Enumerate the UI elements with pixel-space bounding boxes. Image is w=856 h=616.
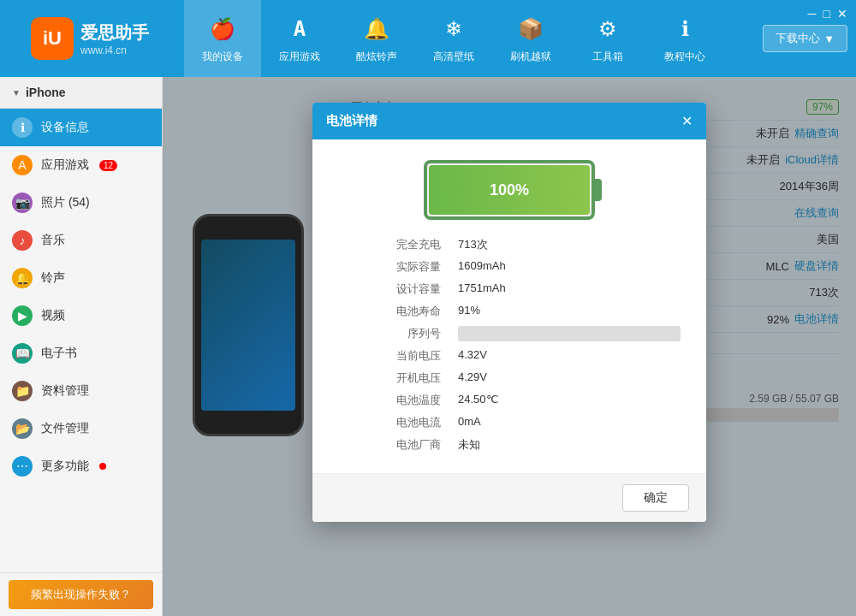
field-label-6: 开机电压 [338,370,449,386]
more-badge [99,463,106,470]
sidebar-item-video[interactable]: ▶ 视频 [0,297,162,335]
sidebar-item-music[interactable]: ♪ 音乐 [0,222,162,259]
sidebar-device: ▼ iPhone [0,77,162,109]
maximize-button[interactable]: □ [823,7,830,21]
logo-url: www.i4.cn [80,44,149,56]
field-value-4: ████████████████ [458,326,681,341]
nav-label-tools: 工具箱 [592,50,623,64]
download-arrow-icon: ▼ [823,33,835,45]
sidebar-item-photos[interactable]: 📷 照片 (54) [0,184,162,222]
sidebar-label-device-info: 设备信息 [41,120,89,135]
sidebar-label-data-mgmt: 资料管理 [41,383,89,399]
nav-tutorials[interactable]: ℹ 教程中心 [646,0,723,77]
nav-label-jail: 刷机越狱 [510,50,551,64]
field-label-8: 电池电流 [338,415,449,430]
sidebar-item-ebooks[interactable]: 📖 电子书 [0,335,162,372]
nav-tools[interactable]: ⚙ 工具箱 [569,0,646,77]
logo-icon: iU [31,17,74,60]
sidebar-item-apps[interactable]: A 应用游戏 12 [0,146,162,184]
minimize-button[interactable]: ─ [808,7,817,21]
sidebar-item-data-mgmt[interactable]: 📁 资料管理 [0,372,162,410]
logo-name: 爱思助手 [80,21,149,44]
modal-title: 电池详情 [326,113,377,129]
field-value-0: 713次 [458,237,681,252]
logo-area: iU 爱思助手 www.i4.cn [9,17,171,60]
nav-items: 🍎 我的设备 A 应用游戏 🔔 酷炫铃声 ❄ 高清壁纸 📦 刷机越狱 ⚙ 工具 [171,0,736,77]
main-layout: ▼ iPhone ℹ 设备信息 A 应用游戏 12 📷 照片 (54) ♪ 音乐 [0,77,856,616]
battery-visual: 100% [338,160,681,220]
nav-label-apps: 应用游戏 [279,50,320,64]
field-value-1: 1609mAh [458,259,681,275]
nav-icon-jail: 📦 [515,14,546,44]
device-arrow-icon: ▼ [12,88,21,98]
sidebar-item-ringtones[interactable]: 🔔 铃声 [0,259,162,297]
music-icon: ♪ [12,230,33,251]
device-name: iPhone [26,86,66,99]
modal-header: 电池详情 ✕ [312,103,706,139]
nav-label-ring: 酷炫铃声 [356,50,397,64]
field-value-2: 1751mAh [458,281,681,297]
nav-wallpapers[interactable]: ❄ 高清壁纸 [415,0,492,77]
close-button[interactable]: ✕ [837,7,847,21]
battery-modal: 电池详情 ✕ 100% [312,103,706,522]
battery-tip [595,179,602,201]
sidebar-label-music: 音乐 [41,233,65,248]
download-button[interactable]: 下载中心 ▼ [763,25,847,52]
sidebar-label-ebooks: 电子书 [41,346,77,361]
top-bar: iU 爱思助手 www.i4.cn 🍎 我的设备 A 应用游戏 🔔 酷炫铃声 [0,0,856,77]
modal-overlay: 电池详情 ✕ 100% [163,77,856,616]
nav-icon-apps: A [284,14,315,44]
sidebar-label-photos: 照片 (54) [41,195,90,210]
field-value-6: 4.29V [458,370,681,386]
download-label: 下载中心 [776,31,820,46]
content-area: 正在充电 97% Apple ID锁 未开启 精确查询 iCloud 未开启 [163,77,856,616]
nav-jailbreak[interactable]: 📦 刷机越狱 [492,0,569,77]
sidebar-item-device-info[interactable]: ℹ 设备信息 [0,109,162,146]
ebooks-icon: 📖 [12,343,33,364]
battery-percent: 100% [490,181,529,199]
sidebar-bottom: 频繁出现操作失败？ [0,572,162,616]
apps-badge: 12 [99,160,117,171]
nav-label-device: 我的设备 [202,50,243,64]
nav-icon-tools: ⚙ [592,14,623,44]
nav-icon-wall: ❄ [438,14,469,44]
modal-body: 100% 完全充电 713次 实际容量 1609mAh 设计容量 1751mAh [312,139,706,473]
sidebar-label-video: 视频 [41,308,65,323]
window-controls: ─ □ ✕ [808,7,847,21]
field-label-3: 电池寿命 [338,304,449,319]
sidebar-label-file-mgmt: 文件管理 [41,421,89,436]
field-value-9: 未知 [458,437,681,453]
sidebar-label-ringtones: 铃声 [41,270,65,286]
nav-apps-games[interactable]: A 应用游戏 [261,0,338,77]
nav-ringtones[interactable]: 🔔 酷炫铃声 [338,0,415,77]
field-label-0: 完全充电 [338,237,449,252]
device-info-icon: ℹ [12,117,33,138]
field-label-2: 设计容量 [338,281,449,297]
sidebar-item-more[interactable]: ⋯ 更多功能 [0,447,162,485]
nav-my-device[interactable]: 🍎 我的设备 [184,0,261,77]
sidebar-item-file-mgmt[interactable]: 📂 文件管理 [0,410,162,447]
top-right: 下载中心 ▼ [736,25,847,52]
field-label-4: 序列号 [338,326,449,341]
file-mgmt-icon: 📂 [12,418,33,439]
apps-icon: A [12,155,33,175]
nav-label-tut: 教程中心 [664,50,705,64]
confirm-button[interactable]: 确定 [622,484,689,512]
field-value-7: 24.50℃ [458,393,681,408]
modal-close-button[interactable]: ✕ [681,113,693,129]
video-icon: ▶ [12,305,33,326]
trouble-button[interactable]: 频繁出现操作失败？ [9,580,153,609]
field-value-3: 91% [458,304,681,319]
nav-icon-device: 🍎 [207,14,238,44]
battery-outer: 100% [424,160,595,220]
battery-info-grid: 完全充电 713次 实际容量 1609mAh 设计容量 1751mAh 电池寿命… [338,237,681,453]
modal-footer: 确定 [312,473,706,522]
nav-label-wall: 高清壁纸 [433,50,474,64]
photos-icon: 📷 [12,192,33,213]
field-label-1: 实际容量 [338,259,449,275]
field-value-5: 4.32V [458,348,681,364]
more-icon: ⋯ [12,456,33,477]
field-label-5: 当前电压 [338,348,449,364]
field-value-8: 0mA [458,415,681,430]
ringtones-icon: 🔔 [12,268,33,288]
